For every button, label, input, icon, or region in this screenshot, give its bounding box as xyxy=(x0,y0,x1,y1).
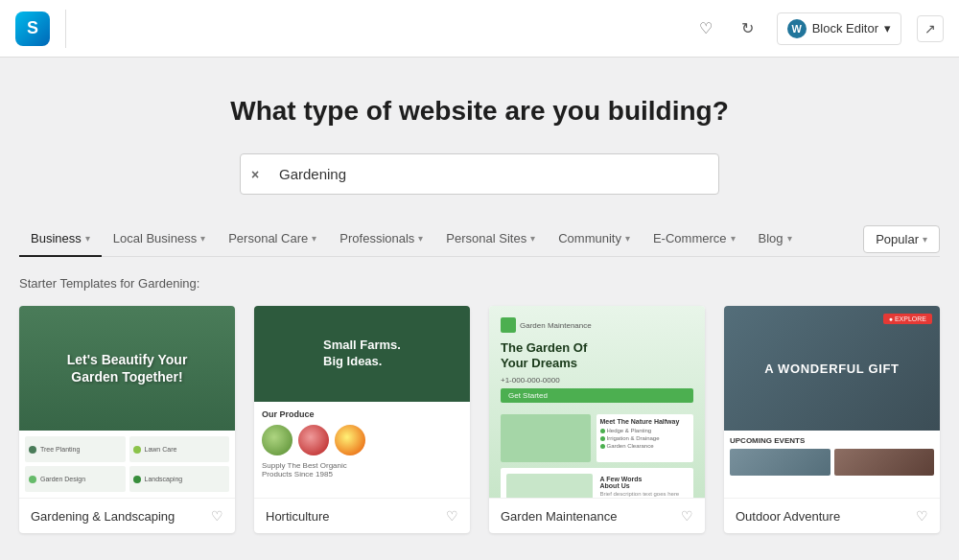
preview-1-bottom: Tree Planting Lawn Care Garden Design La… xyxy=(19,431,235,498)
editor-chevron-icon: ▾ xyxy=(884,21,891,35)
template-preview-1: Let's Beautify YourGarden Together! Tree… xyxy=(19,306,235,498)
tab-personal-sites-chevron: ▾ xyxy=(530,233,535,244)
tab-professionals[interactable]: Professionals ▾ xyxy=(328,222,434,257)
template-footer-1: Gardening & Landscaping ♡ xyxy=(19,498,235,533)
template-card-garden-maintenance[interactable]: Garden Maintenance The Garden OfYour Dre… xyxy=(489,306,705,533)
favorites-icon[interactable]: ♡ xyxy=(692,15,719,42)
topbar-right: ♡ ↻ W Block Editor ▾ ↗ xyxy=(692,12,944,45)
template-footer-2: Horticulture ♡ xyxy=(254,498,470,533)
templates-grid: Let's Beautify YourGarden Together! Tree… xyxy=(19,306,940,533)
search-bar: × xyxy=(240,153,719,195)
tab-community-chevron: ▾ xyxy=(625,233,630,244)
tab-personal-care[interactable]: Personal Care ▾ xyxy=(217,222,328,257)
topbar: S ♡ ↻ W Block Editor ▾ ↗ xyxy=(0,0,959,58)
sort-label: Popular xyxy=(876,232,919,246)
template-footer-4: Outdoor Adventure ♡ xyxy=(724,498,940,533)
preview-2-subtitle: Our Produce xyxy=(262,409,462,419)
sort-dropdown[interactable]: Popular ▾ xyxy=(863,225,940,253)
filter-tabs: Business ▾ Local Business ▾ Personal Car… xyxy=(19,222,940,257)
template-fav-1[interactable]: ♡ xyxy=(211,508,223,524)
preview-4-headline: A WONDERFUL GIFT xyxy=(764,362,899,376)
preview-4-event-thumbs xyxy=(730,449,934,476)
template-fav-2[interactable]: ♡ xyxy=(446,508,458,524)
preview-2-headline: Small Farms.Big Ideas. xyxy=(323,338,401,370)
tab-ecommerce[interactable]: E-Commerce ▾ xyxy=(642,222,747,257)
editor-label: Block Editor xyxy=(812,21,878,35)
tab-personal-care-chevron: ▾ xyxy=(312,233,316,244)
tab-personal-sites[interactable]: Personal Sites ▾ xyxy=(434,222,547,257)
tab-professionals-chevron: ▾ xyxy=(418,233,423,244)
tab-ecommerce-chevron: ▾ xyxy=(731,233,736,244)
template-preview-3: Garden Maintenance The Garden OfYour Dre… xyxy=(489,306,705,498)
tab-local-business-chevron: ▾ xyxy=(200,233,205,244)
template-name-3: Garden Maintenance xyxy=(501,509,617,524)
external-link-icon[interactable]: ↗ xyxy=(917,15,944,42)
preview-1-headline: Let's Beautify YourGarden Together! xyxy=(67,351,188,385)
app-logo[interactable]: S xyxy=(15,12,50,46)
search-input[interactable] xyxy=(240,153,719,195)
tab-business-chevron: ▾ xyxy=(85,233,90,244)
template-name-1: Gardening & Landscaping xyxy=(31,509,175,524)
search-clear-button[interactable]: × xyxy=(251,167,259,182)
topbar-divider xyxy=(65,10,66,48)
template-name-2: Horticulture xyxy=(266,509,329,524)
template-card-gardening[interactable]: Let's Beautify YourGarden Together! Tree… xyxy=(19,306,235,533)
template-fav-4[interactable]: ♡ xyxy=(916,508,928,524)
template-card-outdoor-adventure[interactable]: ● EXPLORE A WONDERFUL GIFT UPCOMING EVEN… xyxy=(724,306,940,533)
tab-community[interactable]: Community ▾ xyxy=(547,222,642,257)
preview-2-bottom-text: Supply The Best OrganicProducts Since 19… xyxy=(262,461,462,478)
block-editor-button[interactable]: W Block Editor ▾ xyxy=(777,12,901,45)
template-preview-4: ● EXPLORE A WONDERFUL GIFT UPCOMING EVEN… xyxy=(724,306,940,498)
template-card-horticulture[interactable]: Small Farms.Big Ideas. Our Produce Suppl… xyxy=(254,306,470,533)
tab-local-business[interactable]: Local Business ▾ xyxy=(102,222,217,257)
results-label: Starter Templates for Gardening: xyxy=(19,276,940,291)
tab-blog-chevron: ▾ xyxy=(787,233,792,244)
template-name-4: Outdoor Adventure xyxy=(736,509,840,524)
refresh-icon[interactable]: ↻ xyxy=(735,15,761,42)
template-preview-2: Small Farms.Big Ideas. Our Produce Suppl… xyxy=(254,306,470,498)
sort-chevron-icon: ▾ xyxy=(923,234,927,245)
template-fav-3[interactable]: ♡ xyxy=(681,508,693,524)
template-footer-3: Garden Maintenance ♡ xyxy=(489,498,705,533)
tab-blog[interactable]: Blog ▾ xyxy=(747,222,804,257)
wordpress-icon: W xyxy=(787,19,807,38)
preview-2-circles xyxy=(262,425,462,455)
page-title: What type of website are you building? xyxy=(19,96,940,127)
preview-4-events-title: UPCOMING EVENTS xyxy=(730,436,934,445)
preview-4-tag: ● EXPLORE xyxy=(883,314,932,324)
preview-3-headline: The Garden OfYour Dreams xyxy=(501,340,693,370)
main-content: What type of website are you building? ×… xyxy=(0,58,959,552)
tab-business[interactable]: Business ▾ xyxy=(19,222,102,257)
